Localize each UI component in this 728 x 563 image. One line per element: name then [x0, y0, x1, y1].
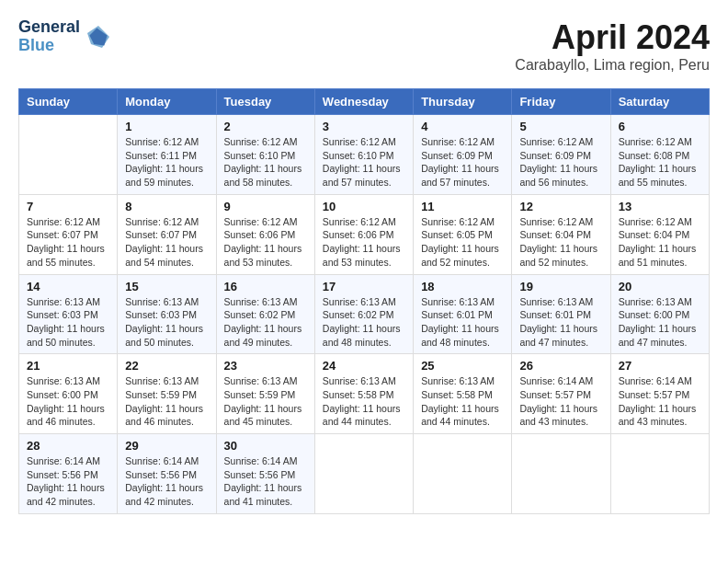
weekday-header-tuesday: Tuesday [216, 89, 314, 115]
calendar-cell: 24Sunrise: 6:13 AMSunset: 5:58 PMDayligh… [314, 354, 413, 434]
calendar-week-4: 21Sunrise: 6:13 AMSunset: 6:00 PMDayligh… [19, 354, 710, 434]
calendar-cell: 3Sunrise: 6:12 AMSunset: 6:10 PMDaylight… [314, 115, 413, 195]
day-number: 4 [421, 120, 504, 133]
calendar-cell: 10Sunrise: 6:12 AMSunset: 6:06 PMDayligh… [314, 194, 413, 274]
day-info: Sunrise: 6:12 AMSunset: 6:08 PMDaylight:… [619, 135, 701, 190]
day-info: Sunrise: 6:13 AMSunset: 6:02 PMDaylight:… [323, 295, 405, 350]
calendar-cell: 11Sunrise: 6:12 AMSunset: 6:05 PMDayligh… [414, 194, 512, 274]
location-title: Carabayllo, Lima region, Peru [515, 57, 710, 74]
calendar-cell: 12Sunrise: 6:12 AMSunset: 6:04 PMDayligh… [512, 194, 610, 274]
day-info: Sunrise: 6:14 AMSunset: 5:56 PMDaylight:… [224, 454, 307, 509]
calendar-cell: 27Sunrise: 6:14 AMSunset: 5:57 PMDayligh… [610, 354, 709, 434]
day-info: Sunrise: 6:12 AMSunset: 6:06 PMDaylight:… [323, 215, 405, 270]
day-info: Sunrise: 6:13 AMSunset: 6:02 PMDaylight:… [224, 295, 307, 350]
day-info: Sunrise: 6:13 AMSunset: 6:03 PMDaylight:… [125, 295, 208, 350]
calendar-week-1: 1Sunrise: 6:12 AMSunset: 6:11 PMDaylight… [19, 115, 710, 195]
calendar-week-3: 14Sunrise: 6:13 AMSunset: 6:03 PMDayligh… [19, 274, 710, 354]
calendar-cell: 16Sunrise: 6:13 AMSunset: 6:02 PMDayligh… [216, 274, 314, 354]
calendar-cell [512, 434, 610, 514]
calendar-cell: 17Sunrise: 6:13 AMSunset: 6:02 PMDayligh… [314, 274, 413, 354]
day-number: 14 [27, 280, 109, 293]
day-number: 18 [421, 280, 504, 293]
weekday-header-thursday: Thursday [414, 89, 512, 115]
calendar-cell: 9Sunrise: 6:12 AMSunset: 6:06 PMDaylight… [216, 194, 314, 274]
day-info: Sunrise: 6:13 AMSunset: 6:01 PMDaylight:… [519, 295, 602, 350]
calendar-table: SundayMondayTuesdayWednesdayThursdayFrid… [18, 88, 710, 514]
day-number: 15 [125, 280, 208, 293]
day-number: 9 [224, 200, 307, 213]
weekday-header-monday: Monday [118, 89, 216, 115]
calendar-cell: 15Sunrise: 6:13 AMSunset: 6:03 PMDayligh… [118, 274, 216, 354]
month-title: April 2024 [515, 18, 710, 57]
day-info: Sunrise: 6:13 AMSunset: 5:59 PMDaylight:… [125, 374, 208, 429]
calendar-cell: 8Sunrise: 6:12 AMSunset: 6:07 PMDaylight… [118, 194, 216, 274]
day-info: Sunrise: 6:14 AMSunset: 5:57 PMDaylight:… [519, 374, 602, 429]
calendar-body: 1Sunrise: 6:12 AMSunset: 6:11 PMDaylight… [19, 115, 710, 514]
day-number: 8 [125, 200, 208, 213]
calendar-week-5: 28Sunrise: 6:14 AMSunset: 5:56 PMDayligh… [19, 434, 710, 514]
day-number: 13 [619, 200, 701, 213]
day-number: 26 [519, 359, 602, 373]
day-info: Sunrise: 6:12 AMSunset: 6:09 PMDaylight:… [421, 135, 504, 190]
calendar-cell: 19Sunrise: 6:13 AMSunset: 6:01 PMDayligh… [512, 274, 610, 354]
calendar-cell [314, 434, 413, 514]
header: GeneralBlue April 2024 Carabayllo, Lima … [18, 18, 710, 74]
calendar-cell: 6Sunrise: 6:12 AMSunset: 6:08 PMDaylight… [610, 115, 709, 195]
day-number: 20 [619, 280, 701, 293]
day-number: 17 [323, 280, 405, 293]
day-number: 28 [27, 439, 109, 453]
calendar-cell: 30Sunrise: 6:14 AMSunset: 5:56 PMDayligh… [216, 434, 314, 514]
calendar-cell: 1Sunrise: 6:12 AMSunset: 6:11 PMDaylight… [118, 115, 216, 195]
logo: GeneralBlue [18, 18, 113, 55]
day-info: Sunrise: 6:13 AMSunset: 6:00 PMDaylight:… [619, 295, 701, 350]
day-number: 12 [519, 200, 602, 213]
weekday-header-saturday: Saturday [610, 89, 709, 115]
day-info: Sunrise: 6:13 AMSunset: 5:58 PMDaylight:… [323, 374, 405, 429]
calendar-cell: 22Sunrise: 6:13 AMSunset: 5:59 PMDayligh… [118, 354, 216, 434]
calendar-cell [19, 115, 118, 195]
day-info: Sunrise: 6:12 AMSunset: 6:04 PMDaylight:… [519, 215, 602, 270]
day-number: 22 [125, 359, 208, 373]
day-info: Sunrise: 6:14 AMSunset: 5:56 PMDaylight:… [27, 454, 109, 509]
calendar-cell: 14Sunrise: 6:13 AMSunset: 6:03 PMDayligh… [19, 274, 118, 354]
day-info: Sunrise: 6:13 AMSunset: 5:59 PMDaylight:… [224, 374, 307, 429]
day-info: Sunrise: 6:13 AMSunset: 6:03 PMDaylight:… [27, 295, 109, 350]
day-info: Sunrise: 6:13 AMSunset: 6:01 PMDaylight:… [421, 295, 504, 350]
calendar-cell: 13Sunrise: 6:12 AMSunset: 6:04 PMDayligh… [610, 194, 709, 274]
day-number: 3 [323, 120, 405, 133]
weekday-header-row: SundayMondayTuesdayWednesdayThursdayFrid… [19, 89, 710, 115]
calendar-cell: 23Sunrise: 6:13 AMSunset: 5:59 PMDayligh… [216, 354, 314, 434]
day-number: 1 [125, 120, 208, 133]
weekday-header-wednesday: Wednesday [314, 89, 413, 115]
day-number: 24 [323, 359, 405, 373]
day-number: 19 [519, 280, 602, 293]
day-number: 25 [421, 359, 504, 373]
calendar-cell: 20Sunrise: 6:13 AMSunset: 6:00 PMDayligh… [610, 274, 709, 354]
day-info: Sunrise: 6:14 AMSunset: 5:57 PMDaylight:… [619, 374, 701, 429]
day-number: 2 [224, 120, 307, 133]
day-number: 30 [224, 439, 307, 453]
calendar-cell: 5Sunrise: 6:12 AMSunset: 6:09 PMDaylight… [512, 115, 610, 195]
calendar-cell: 4Sunrise: 6:12 AMSunset: 6:09 PMDaylight… [414, 115, 512, 195]
day-number: 16 [224, 280, 307, 293]
day-number: 10 [323, 200, 405, 213]
day-info: Sunrise: 6:12 AMSunset: 6:10 PMDaylight:… [224, 135, 307, 190]
calendar-cell [610, 434, 709, 514]
day-info: Sunrise: 6:12 AMSunset: 6:10 PMDaylight:… [323, 135, 405, 190]
day-info: Sunrise: 6:13 AMSunset: 6:00 PMDaylight:… [27, 374, 109, 429]
day-number: 7 [27, 200, 109, 213]
day-number: 23 [224, 359, 307, 373]
day-number: 6 [619, 120, 701, 133]
calendar-cell: 25Sunrise: 6:13 AMSunset: 5:58 PMDayligh… [414, 354, 512, 434]
title-area: April 2024 Carabayllo, Lima region, Peru [515, 18, 710, 74]
day-number: 11 [421, 200, 504, 213]
calendar-cell: 2Sunrise: 6:12 AMSunset: 6:10 PMDaylight… [216, 115, 314, 195]
day-number: 27 [619, 359, 701, 373]
day-number: 21 [27, 359, 109, 373]
weekday-header-sunday: Sunday [19, 89, 118, 115]
logo-text: GeneralBlue [18, 18, 80, 55]
calendar-cell: 7Sunrise: 6:12 AMSunset: 6:07 PMDaylight… [19, 194, 118, 274]
calendar-week-2: 7Sunrise: 6:12 AMSunset: 6:07 PMDaylight… [19, 194, 710, 274]
day-info: Sunrise: 6:12 AMSunset: 6:07 PMDaylight:… [27, 215, 109, 270]
day-info: Sunrise: 6:12 AMSunset: 6:04 PMDaylight:… [619, 215, 701, 270]
